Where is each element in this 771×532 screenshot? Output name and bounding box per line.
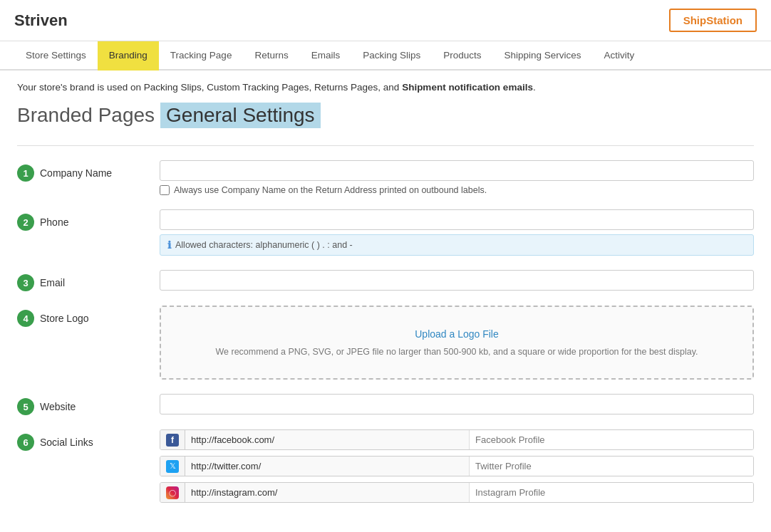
step-2-badge: 2 <box>17 214 34 231</box>
store-logo-field-col: Upload a Logo File We recommend a PNG, S… <box>160 306 754 380</box>
email-label-col: 3 Email <box>17 270 160 291</box>
company-name-label-col: 1 Company Name <box>17 160 160 182</box>
website-input[interactable] <box>160 394 754 414</box>
company-name-label: Company Name <box>40 167 112 179</box>
instagram-input-row: ◯ <box>160 482 754 503</box>
social-links-row: 6 Social Links f 𝕏 <box>17 429 754 508</box>
page-title-row: Branded Pages General Settings <box>17 103 754 128</box>
twitter-url-input[interactable] <box>185 457 469 476</box>
twitter-icon: 𝕏 <box>166 460 179 473</box>
email-input[interactable] <box>160 270 754 291</box>
store-logo-label: Store Logo <box>40 313 89 324</box>
phone-row: 2 Phone ℹ Allowed characters: alphanumer… <box>17 209 754 256</box>
phone-info-box: ℹ Allowed characters: alphanumeric ( ) .… <box>160 234 754 256</box>
tab-branding[interactable]: Branding <box>98 41 159 71</box>
store-logo-row: 4 Store Logo Upload a Logo File We recom… <box>17 306 754 380</box>
phone-label-col: 2 Phone <box>17 209 160 231</box>
instagram-icon-cell: ◯ <box>160 483 185 502</box>
social-links-label: Social Links <box>40 437 93 448</box>
email-field-col <box>160 270 754 291</box>
logo-upload-area[interactable]: Upload a Logo File We recommend a PNG, S… <box>160 306 754 380</box>
instagram-icon: ◯ <box>166 486 179 499</box>
company-name-checkbox-label: Always use Company Name on the Return Ad… <box>174 185 487 195</box>
phone-input[interactable] <box>160 209 754 230</box>
website-row: 5 Website <box>17 394 754 415</box>
step-5-badge: 5 <box>17 398 34 415</box>
website-label-col: 5 Website <box>17 394 160 415</box>
step-6-badge: 6 <box>17 434 34 451</box>
company-name-input[interactable] <box>160 160 754 181</box>
facebook-icon: f <box>166 434 179 447</box>
info-icon: ℹ <box>167 239 171 251</box>
social-links-field-col: f 𝕏 ◯ <box>160 429 754 508</box>
instagram-url-input[interactable] <box>185 483 469 502</box>
page-title-general: General Settings <box>160 103 321 128</box>
tab-shipping-services[interactable]: Shipping Services <box>493 41 593 71</box>
step-4-badge: 4 <box>17 310 34 327</box>
info-text: Your store's brand is used on Packing Sl… <box>17 82 754 93</box>
page-title-branded: Branded Pages <box>17 104 155 127</box>
twitter-profile-input[interactable] <box>469 457 753 476</box>
tab-activity[interactable]: Activity <box>593 41 646 71</box>
phone-info-text: Allowed characters: alphanumeric ( ) . :… <box>175 240 353 250</box>
instagram-profile-input[interactable] <box>469 483 753 502</box>
upload-logo-hint: We recommend a PNG, SVG, or JPEG file no… <box>175 347 738 357</box>
website-field-col <box>160 394 754 414</box>
facebook-profile-input[interactable] <box>469 430 753 449</box>
store-logo-label-col: 4 Store Logo <box>17 306 160 327</box>
email-label: Email <box>40 277 65 288</box>
tab-returns[interactable]: Returns <box>243 41 299 71</box>
upload-logo-link[interactable]: Upload a Logo File <box>175 328 738 340</box>
social-links-label-col: 6 Social Links <box>17 429 160 451</box>
shipstation-button[interactable]: ShipStation <box>669 9 757 32</box>
website-label: Website <box>40 401 76 412</box>
phone-field-col: ℹ Allowed characters: alphanumeric ( ) .… <box>160 209 754 256</box>
app-logo: Striven <box>14 11 68 30</box>
facebook-icon-cell: f <box>160 430 185 449</box>
tab-packing-slips[interactable]: Packing Slips <box>351 41 432 71</box>
company-name-row: 1 Company Name Always use Company Name o… <box>17 160 754 195</box>
nav-tabs: Store Settings Branding Tracking Page Re… <box>0 41 771 71</box>
step-3-badge: 3 <box>17 274 34 291</box>
tab-tracking-page[interactable]: Tracking Page <box>159 41 244 71</box>
tab-store-settings[interactable]: Store Settings <box>14 41 98 71</box>
twitter-icon-cell: 𝕏 <box>160 457 185 476</box>
main-content: Your store's brand is used on Packing Sl… <box>0 71 771 532</box>
facebook-input-row: f <box>160 429 754 450</box>
header: Striven ShipStation <box>0 0 771 41</box>
twitter-input-row: 𝕏 <box>160 456 754 476</box>
tab-emails[interactable]: Emails <box>300 41 352 71</box>
divider <box>17 145 754 146</box>
tab-products[interactable]: Products <box>432 41 492 71</box>
company-name-field-col: Always use Company Name on the Return Ad… <box>160 160 754 195</box>
phone-label: Phone <box>40 217 68 228</box>
step-1-badge: 1 <box>17 165 34 182</box>
facebook-url-input[interactable] <box>185 430 469 449</box>
email-row: 3 Email <box>17 270 754 291</box>
company-name-checkbox[interactable] <box>160 185 170 195</box>
company-name-checkbox-row: Always use Company Name on the Return Ad… <box>160 185 754 195</box>
